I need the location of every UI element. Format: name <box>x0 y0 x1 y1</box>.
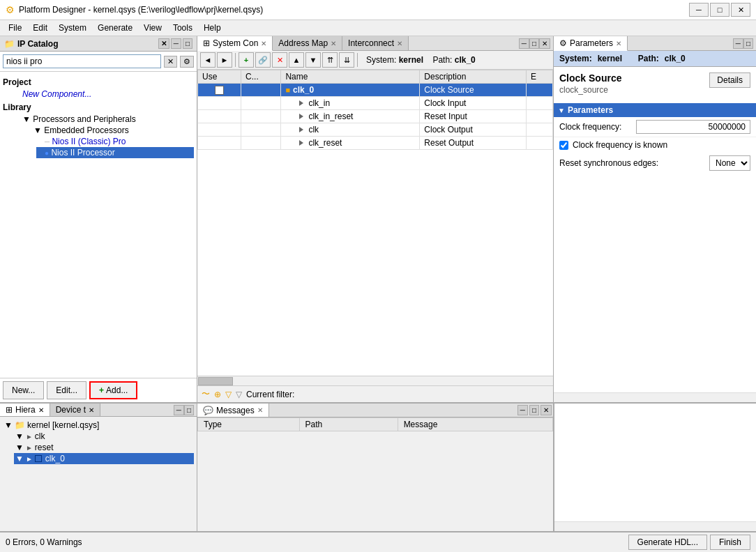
new-component-item[interactable]: New Component... <box>14 89 194 100</box>
toolbar-bottom-btn[interactable]: ⇊ <box>339 52 354 68</box>
library-label: Library <box>3 102 194 112</box>
msg-close-btn[interactable]: ✕ <box>540 405 552 415</box>
nios2-classic-label[interactable]: Nios II (Classic) Pro <box>52 137 126 146</box>
tab-address-close[interactable]: ✕ <box>331 40 336 47</box>
panel-restore-btn[interactable]: □ <box>529 38 539 49</box>
hier-clk-item[interactable]: ▼ ► clk <box>14 431 194 442</box>
scroll-thumb[interactable] <box>198 377 233 385</box>
cell-connections <box>241 137 281 150</box>
nios2-processor-item[interactable]: ● Nios II Processor <box>36 147 194 158</box>
maximize-button[interactable]: □ <box>710 3 729 17</box>
tabs-bar: ⊞ System Con ✕ Address Map ✕ Interconnec… <box>197 36 553 51</box>
ip-catalog-maximize-icon[interactable]: □ <box>183 38 192 49</box>
panel-close-btn[interactable]: ✕ <box>539 38 550 49</box>
toolbar-delete-btn[interactable]: ✕ <box>272 52 287 68</box>
bottom-right-hscroll[interactable] <box>554 521 756 531</box>
tab-parameters[interactable]: ⚙ Parameters ✕ <box>554 36 628 51</box>
table-row[interactable]: ✓■clk_0Clock Source <box>198 84 553 97</box>
minimize-button[interactable]: ─ <box>689 3 709 17</box>
name-text: clk_0 <box>293 85 314 95</box>
tab-system-close[interactable]: ✕ <box>261 40 266 47</box>
hier-clk0-label: clk_0 <box>45 454 65 463</box>
search-clear-button[interactable]: ✕ <box>164 56 177 68</box>
add-label: Add... <box>106 385 128 395</box>
bottom-right-content <box>554 404 756 531</box>
tab-device[interactable]: Device t ✕ <box>50 404 100 416</box>
tab-interconnect-close[interactable]: ✕ <box>397 40 402 47</box>
msg-restore-btn[interactable]: □ <box>529 405 539 415</box>
msg-close-icon[interactable]: ✕ <box>257 406 263 414</box>
close-button[interactable]: ✕ <box>731 3 750 17</box>
ip-catalog-folder-icon: 📁 <box>4 39 15 49</box>
tab-interconnect[interactable]: Interconnect ✕ <box>342 36 409 50</box>
panel-minimize-btn[interactable]: ─ <box>519 38 529 49</box>
menu-system[interactable]: System <box>53 22 92 34</box>
clock-known-checkbox[interactable] <box>559 141 568 150</box>
toolbar-add-btn[interactable]: + <box>239 52 254 68</box>
tab-interconnect-label: Interconnect <box>348 38 394 48</box>
toolbar-link-btn[interactable]: 🔗 <box>255 52 271 68</box>
generate-hdl-button[interactable]: Generate HDL... <box>628 535 707 550</box>
hier-close-icon[interactable]: ✕ <box>38 406 44 414</box>
tab-messages[interactable]: 💬 Messages ✕ <box>197 404 269 417</box>
hier-icon: ⊞ <box>6 405 13 415</box>
table-row[interactable]: clkClock Output <box>198 123 553 137</box>
toolbar-fwd-btn[interactable]: ► <box>217 52 232 68</box>
param-tab-close[interactable]: ✕ <box>616 40 621 47</box>
search-input[interactable] <box>3 54 161 68</box>
new-component-link[interactable]: New Component... <box>22 89 91 99</box>
embedded-processors-item[interactable]: ▼ Embedded Processors <box>25 125 194 136</box>
toolbar-back-btn[interactable]: ◄ <box>200 52 216 68</box>
menu-edit[interactable]: Edit <box>27 22 53 34</box>
clock-freq-input[interactable] <box>636 120 750 134</box>
hier-clk0-item[interactable]: ▼ ► clk_0 <box>14 453 194 464</box>
table-row[interactable]: clk_in_resetReset Input <box>198 110 553 123</box>
reset-edges-select[interactable]: None <box>709 155 750 171</box>
nios2-classic-item[interactable]: ─ Nios II (Classic) Pro <box>36 136 194 147</box>
tab-address-map[interactable]: Address Map ✕ <box>273 36 342 50</box>
horizontal-scrollbar[interactable] <box>197 376 553 385</box>
toolbar-down-btn[interactable]: ▼ <box>305 52 321 68</box>
details-button[interactable]: Details <box>709 72 750 88</box>
menu-tools[interactable]: Tools <box>167 22 198 34</box>
menu-generate[interactable]: Generate <box>92 22 138 34</box>
device-close-icon[interactable]: ✕ <box>89 406 94 414</box>
param-minimize-btn[interactable]: ─ <box>733 38 743 49</box>
table-row[interactable]: clk_inClock Input <box>198 97 553 110</box>
toolbar-top-btn[interactable]: ⇈ <box>322 52 338 68</box>
search-settings-button[interactable]: ⚙ <box>180 56 194 68</box>
hier-reset-item[interactable]: ▼ ► reset <box>14 442 194 453</box>
table-row[interactable]: clk_resetReset Output <box>198 137 553 150</box>
tab-system-contents[interactable]: ⊞ System Con ✕ <box>197 36 273 51</box>
table-body: ✓■clk_0Clock Sourceclk_inClock Inputclk_… <box>198 84 553 150</box>
cell-name: clk_in <box>281 97 420 110</box>
components-table: Use C... Name Description E ✓■clk_0Clock… <box>197 70 553 150</box>
name-text: clk <box>308 125 319 135</box>
ip-catalog-close-icon[interactable]: ✕ <box>158 38 169 49</box>
tab-hierarchy[interactable]: ⊞ Hiera ✕ <box>0 404 50 416</box>
msg-minimize-btn[interactable]: ─ <box>517 405 528 415</box>
add-button[interactable]: + Add... <box>89 381 137 399</box>
finish-button[interactable]: Finish <box>710 535 750 550</box>
hier-minimize-btn[interactable]: ─ <box>174 405 184 415</box>
menu-help[interactable]: Help <box>198 22 227 34</box>
ip-catalog-minimize-icon[interactable]: ─ <box>171 38 181 49</box>
name-cell: clk_in <box>285 98 415 108</box>
parameters-panel: ⚙ Parameters ✕ ─ □ System: kernel Path: … <box>554 36 756 402</box>
param-hscroll[interactable] <box>554 392 756 402</box>
use-checkbox[interactable]: ✓ <box>215 86 224 95</box>
menu-view[interactable]: View <box>138 22 167 34</box>
tabs-right-controls: ─ □ ✕ <box>409 36 553 50</box>
hier-tabs: ⊞ Hiera ✕ Device t ✕ ─ □ <box>0 404 197 417</box>
new-button[interactable]: New... <box>3 381 44 399</box>
processors-item[interactable]: ▼ Processors and Peripherals <box>14 114 194 125</box>
cell-connections <box>241 84 281 97</box>
tab-system-label: System Con <box>213 38 258 48</box>
menu-file[interactable]: File <box>3 22 27 34</box>
edit-button[interactable]: Edit... <box>47 381 86 399</box>
param-restore-btn[interactable]: □ <box>743 38 753 49</box>
filter-label: Current filter: <box>246 390 294 399</box>
hier-root-item[interactable]: ▼ 📁 kernel [kernel.qsys] <box>3 420 194 431</box>
toolbar-up-btn[interactable]: ▲ <box>289 52 304 68</box>
hier-restore-btn[interactable]: □ <box>184 405 194 415</box>
